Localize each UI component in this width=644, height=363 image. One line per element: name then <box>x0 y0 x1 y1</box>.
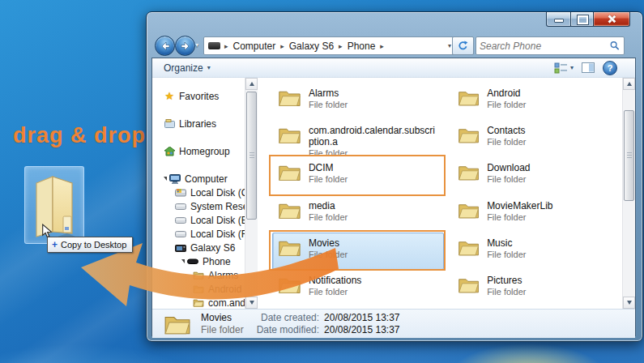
nav-scrollbar-thumb[interactable] <box>246 92 257 220</box>
list-scrollbar-thumb[interactable] <box>624 110 634 201</box>
search-box <box>476 36 625 55</box>
forward-button[interactable] <box>175 36 195 56</box>
maximize-button[interactable] <box>571 12 593 27</box>
folder-tile-pictures[interactable]: PicturesFile folder <box>452 270 614 307</box>
folder-tile-dcim[interactable]: DCIMFile folder <box>272 157 444 194</box>
sidebar-item-local-disk-e[interactable]: Local Disk (E:) <box>152 213 245 227</box>
folder-type: File folder <box>309 249 440 260</box>
folder-icon <box>193 297 204 309</box>
file-list: AlarmsFile folder com.android.calendar.s… <box>258 78 622 309</box>
sidebar-item-alarms[interactable]: Alarms <box>152 268 245 282</box>
folder-name: com.android.calendar.subscription.a <box>309 125 440 147</box>
folder-tile-music[interactable]: MusicFile folder <box>452 233 614 270</box>
help-icon: ? <box>608 63 613 73</box>
folder-tile-movies[interactable]: MoviesFile folder <box>272 233 444 270</box>
breadcrumb-galaxy-s6[interactable]: Galaxy S6 <box>288 41 335 52</box>
history-dropdown[interactable]: ▾ <box>195 41 198 49</box>
folder-name: Android <box>487 88 610 99</box>
address-bar-row: ▾ ▸ Computer ▸ Galaxy S6 ▸ Phone ▸ ▾ <box>147 34 642 57</box>
folder-tile-moviemakerlib[interactable]: MovieMakerLibFile folder <box>452 195 614 233</box>
chevron-down-icon: ▾ <box>570 64 574 71</box>
drag-drop-annotation: drag & drop <box>13 123 146 148</box>
list-scrollbar[interactable] <box>622 78 635 309</box>
nav-scrollbar[interactable] <box>245 78 258 309</box>
folder-type: File folder <box>309 173 440 185</box>
folder-tile-com-android[interactable]: com.android.calendar.subscription.aFile … <box>272 120 444 157</box>
triangle-up-icon <box>627 82 632 86</box>
sidebar-item-favorites[interactable]: ★ Favorites <box>152 89 245 103</box>
folder-tile-android[interactable]: AndroidFile folder <box>452 83 614 120</box>
expander-icon[interactable] <box>181 259 185 263</box>
scroll-down-button[interactable] <box>245 297 258 309</box>
desktop-folder-icon[interactable] <box>24 166 84 244</box>
date-modified-value: 20/08/2015 13:37 <box>324 324 399 336</box>
sidebar-item-phone[interactable]: Phone <box>152 254 245 268</box>
disk-icon <box>175 201 186 212</box>
folder-icon <box>458 275 480 295</box>
folder-type: File folder <box>487 99 610 110</box>
folder-tile-media[interactable]: mediaFile folder <box>272 195 444 233</box>
copy-to-desktop-tooltip: + Copy to Desktop <box>47 237 133 253</box>
breadcrumb-separator-icon: ▸ <box>224 42 229 50</box>
organize-label: Organize <box>164 62 203 74</box>
change-view-button[interactable]: ▾ <box>554 62 574 74</box>
organize-button[interactable]: Organize ▾ <box>152 62 219 74</box>
folder-icon <box>458 200 480 220</box>
folder-name: Music <box>487 237 610 249</box>
folder-icon <box>278 88 301 108</box>
scroll-up-button[interactable] <box>245 78 258 90</box>
disk-icon <box>175 187 186 199</box>
folder-name: Movies <box>309 237 440 249</box>
scroll-down-button[interactable] <box>623 297 635 309</box>
folder-type: File folder <box>487 286 610 297</box>
minimize-button[interactable] <box>546 12 571 27</box>
folder-tile-alarms[interactable]: AlarmsFile folder <box>272 83 444 120</box>
breadcrumb-separator-icon: ▸ <box>279 42 285 50</box>
folder-tile-notifications[interactable]: NotificationsFile folder <box>272 270 444 307</box>
folder-icon <box>458 125 480 145</box>
explorer-main: ★ Favorites Libraries Homegroup <box>152 78 635 309</box>
sidebar-item-homegroup[interactable]: Homegroup <box>152 144 245 158</box>
refresh-button[interactable] <box>452 36 474 55</box>
sidebar-item-local-disk-c[interactable]: Local Disk (C:) <box>152 186 245 199</box>
sidebar-item-galaxy-s6[interactable]: Galaxy S6 <box>152 241 245 254</box>
chevron-down-icon: ▾ <box>207 64 211 71</box>
sidebar-item-local-disk-f[interactable]: Local Disk (F:) <box>152 227 245 241</box>
details-name-block: Movies File folder <box>201 312 244 336</box>
scroll-up-button[interactable] <box>623 78 635 90</box>
date-created-value: 20/08/2015 13:37 <box>324 312 399 324</box>
folder-type: File folder <box>487 211 610 223</box>
folder-type: File folder <box>487 136 610 147</box>
details-name: Movies <box>201 312 244 324</box>
sidebar-item-system-reserved[interactable]: System Reserved (D <box>152 199 245 213</box>
star-icon: ★ <box>164 91 175 102</box>
back-button[interactable] <box>155 36 175 56</box>
search-input[interactable] <box>476 41 610 52</box>
preview-pane-button[interactable] <box>582 62 595 73</box>
close-button[interactable] <box>593 12 630 27</box>
disk-icon <box>175 228 186 240</box>
window-controls <box>546 12 630 27</box>
tooltip-label: Copy to Desktop <box>61 240 126 250</box>
help-button[interactable]: ? <box>603 61 617 75</box>
breadcrumb-separator-icon: ▸ <box>379 42 385 50</box>
sidebar-item-com-android-ca[interactable]: com.android.ca <box>152 296 245 309</box>
folder-type: File folder <box>309 286 440 297</box>
folder-tile-contacts[interactable]: ContactsFile folder <box>452 120 614 157</box>
breadcrumb-phone[interactable]: Phone <box>346 41 377 52</box>
sidebar-item-libraries[interactable]: Libraries <box>152 117 245 130</box>
disk-icon <box>175 215 186 226</box>
breadcrumb[interactable]: ▸ Computer ▸ Galaxy S6 ▸ Phone ▸ ▾ <box>203 36 457 55</box>
sidebar-item-android[interactable]: Android <box>152 282 245 296</box>
folder-name: Pictures <box>487 275 610 286</box>
breadcrumb-separator-icon: ▸ <box>338 42 343 50</box>
breadcrumb-computer[interactable]: Computer <box>232 41 278 52</box>
date-modified-label: Date modified: <box>257 324 319 336</box>
expander-icon[interactable] <box>164 177 167 181</box>
folder-icon <box>278 237 301 258</box>
folder-tile-download[interactable]: DownloadFile folder <box>452 157 614 194</box>
plus-icon: + <box>52 239 58 250</box>
sidebar-item-computer[interactable]: Computer <box>152 172 245 186</box>
explorer-window: ▾ ▸ Computer ▸ Galaxy S6 ▸ Phone ▸ ▾ <box>146 11 643 342</box>
search-icon[interactable] <box>610 41 620 51</box>
